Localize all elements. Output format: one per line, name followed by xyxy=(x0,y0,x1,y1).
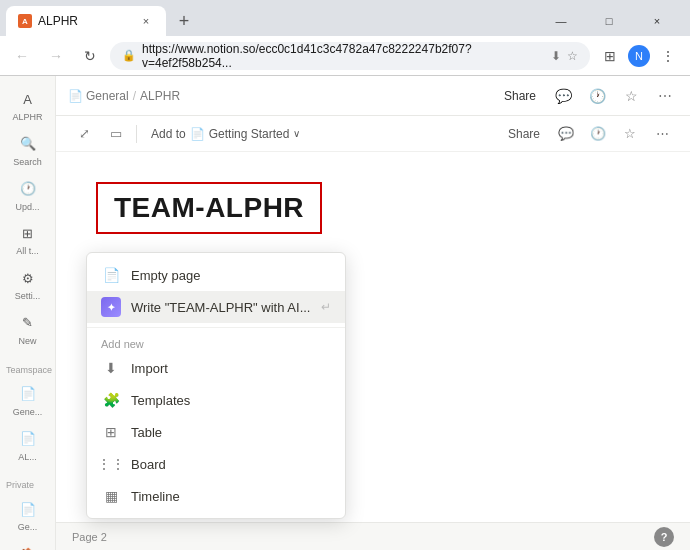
lock-icon: 🔒 xyxy=(122,49,136,62)
templates-menu-icon: 🧩 xyxy=(101,390,121,410)
notion-topnav: 📄 General / ALPHR Share 💬 🕐 ☆ ⋯ xyxy=(56,76,690,116)
maximize-button[interactable]: □ xyxy=(586,6,632,36)
page-label: Page 2 xyxy=(72,531,107,543)
doc-icon: 📄 xyxy=(190,127,205,141)
breadcrumb-item-alphr[interactable]: ALPHR xyxy=(140,89,180,103)
star-icon: ☆ xyxy=(567,49,578,63)
extensions-icon[interactable]: ⊞ xyxy=(596,42,624,70)
sidebar-item-general[interactable]: 📄 Gene... xyxy=(4,379,51,422)
ai-icon: ✦ xyxy=(101,297,121,317)
ai-write-label: Write "TEAM-ALPHR" with AI... xyxy=(131,300,310,315)
breadcrumb-item-general[interactable]: 📄 General xyxy=(68,89,129,103)
favorite-icon[interactable]: ☆ xyxy=(618,83,644,109)
sidebar-general2-label: Ge... xyxy=(18,522,38,533)
menu-item-timeline[interactable]: ▦ Timeline xyxy=(87,480,345,512)
templates-label: Templates xyxy=(131,393,190,408)
breadcrumb-separator: / xyxy=(133,89,136,103)
sidebar-item-home[interactable]: 🏠 Ho... xyxy=(4,539,51,550)
workspace-icon: A xyxy=(17,88,39,110)
general-icon: 📄 xyxy=(17,383,39,405)
new-tab-button[interactable]: + xyxy=(170,7,198,35)
share-button[interactable]: Share xyxy=(498,87,542,105)
refresh-button[interactable]: ↻ xyxy=(76,42,104,70)
timeline-label: Timeline xyxy=(131,489,180,504)
sidebar-search-label: Search xyxy=(13,157,42,168)
sidebar-workspace-label: ALPHR xyxy=(12,112,42,123)
close-button[interactable]: × xyxy=(634,6,680,36)
toolbar-history-icon[interactable]: 🕐 xyxy=(586,122,610,146)
window-controls: — □ × xyxy=(538,6,684,36)
tab-label: ALPHR xyxy=(38,14,78,28)
page-title[interactable]: TEAM-ALPHR xyxy=(114,192,304,224)
expand-icon[interactable]: ⤢ xyxy=(72,122,96,146)
timeline-menu-icon: ▦ xyxy=(101,486,121,506)
menu-divider xyxy=(87,327,345,328)
active-tab[interactable]: A ALPHR × xyxy=(6,6,166,36)
back-button[interactable]: ← xyxy=(8,42,36,70)
toolbar-more-icon[interactable]: ⋯ xyxy=(650,122,674,146)
toolbar-separator xyxy=(136,125,137,143)
sidebar-general-label: Gene... xyxy=(13,407,43,418)
tab-close-button[interactable]: × xyxy=(138,13,154,29)
bottom-bar: Page 2 ? xyxy=(56,522,690,550)
sidebar-item-alphr[interactable]: 📄 AL... xyxy=(4,424,51,467)
sidebar-settings-label: Setti... xyxy=(15,291,41,302)
table-menu-icon: ⊞ xyxy=(101,422,121,442)
sidebar-item-general2[interactable]: 📄 Ge... xyxy=(4,494,51,537)
more-icon[interactable]: ⋯ xyxy=(652,83,678,109)
toolbar-star-icon[interactable]: ☆ xyxy=(618,122,642,146)
menu-item-ai-write[interactable]: ✦ Write "TEAM-ALPHR" with AI... ↵ xyxy=(87,291,345,323)
breadcrumb-alphr-text: ALPHR xyxy=(140,89,180,103)
general2-icon: 📄 xyxy=(17,498,39,520)
minimize-button[interactable]: — xyxy=(538,6,584,36)
comment-icon[interactable]: 💬 xyxy=(550,83,576,109)
notion-sidebar: A ALPHR 🔍 Search 🕐 Upd... ⊞ All t... ⚙ S… xyxy=(0,76,56,550)
help-button[interactable]: ? xyxy=(654,527,674,547)
browser-frame: A ALPHR × + — □ × ← → ↻ 🔒 https://www.no… xyxy=(0,0,690,550)
more-options-icon[interactable]: ⋮ xyxy=(654,42,682,70)
notion-main: 📄 General / ALPHR Share 💬 🕐 ☆ ⋯ xyxy=(56,76,690,550)
forward-button[interactable]: → xyxy=(42,42,70,70)
download-icon: ⬇ xyxy=(551,49,561,63)
toolbar-share-button[interactable]: Share xyxy=(502,125,546,143)
breadcrumb: 📄 General / ALPHR xyxy=(68,89,180,103)
sidebar-item-settings[interactable]: ⚙ Setti... xyxy=(4,263,51,306)
tab-bar: A ALPHR × + — □ × xyxy=(0,0,690,36)
page-area: TEAM-ALPHR 📄 Empty page ✦ Write "TEAM-AL… xyxy=(56,152,690,522)
view-icon[interactable]: ▭ xyxy=(104,122,128,146)
updates-icon: 🕐 xyxy=(17,178,39,200)
sidebar-item-workspace[interactable]: A ALPHR xyxy=(4,84,51,127)
profile-icon[interactable]: N xyxy=(628,45,650,67)
empty-page-label: Empty page xyxy=(131,268,200,283)
empty-page-icon: 📄 xyxy=(101,265,121,285)
toolbar-comment-icon[interactable]: 💬 xyxy=(554,122,578,146)
add-to-button[interactable]: Add to 📄 Getting Started ∨ xyxy=(145,125,306,143)
private-section-label: Private xyxy=(0,478,55,492)
menu-item-import[interactable]: ⬇ Import xyxy=(87,352,345,384)
browser-content: A ALPHR 🔍 Search 🕐 Upd... ⊞ All t... ⚙ S… xyxy=(0,76,690,550)
menu-item-board[interactable]: ⋮⋮ Board xyxy=(87,448,345,480)
breadcrumb-general-text: General xyxy=(86,89,129,103)
menu-item-templates[interactable]: 🧩 Templates xyxy=(87,384,345,416)
sidebar-item-new[interactable]: ✎ New xyxy=(4,308,51,351)
url-bar[interactable]: 🔒 https://www.notion.so/ecc0c1d41c3c4782… xyxy=(110,42,590,70)
url-text: https://www.notion.so/ecc0c1d41c3c4782a4… xyxy=(142,42,545,70)
menu-item-table[interactable]: ⊞ Table xyxy=(87,416,345,448)
menu-item-empty-page[interactable]: 📄 Empty page xyxy=(87,259,345,291)
address-bar: ← → ↻ 🔒 https://www.notion.so/ecc0c1d41c… xyxy=(0,36,690,76)
table-label: Table xyxy=(131,425,162,440)
sidebar-alphr-label: AL... xyxy=(18,452,37,463)
history-icon[interactable]: 🕐 xyxy=(584,83,610,109)
teamspace-section-label: Teamspace xyxy=(0,363,55,377)
sidebar-item-updates[interactable]: 🕐 Upd... xyxy=(4,174,51,217)
board-label: Board xyxy=(131,457,166,472)
notion-page: ⤢ ▭ Add to 📄 Getting Started ∨ Share 💬 🕐… xyxy=(56,116,690,550)
import-menu-icon: ⬇ xyxy=(101,358,121,378)
board-menu-icon: ⋮⋮ xyxy=(101,454,121,474)
sidebar-item-all-teamspaces[interactable]: ⊞ All t... xyxy=(4,218,51,261)
import-label: Import xyxy=(131,361,168,376)
dropdown-menu: 📄 Empty page ✦ Write "TEAM-ALPHR" with A… xyxy=(86,252,346,519)
sidebar-item-search[interactable]: 🔍 Search xyxy=(4,129,51,172)
sidebar-all-label: All t... xyxy=(16,246,39,257)
add-to-label: Add to xyxy=(151,127,186,141)
